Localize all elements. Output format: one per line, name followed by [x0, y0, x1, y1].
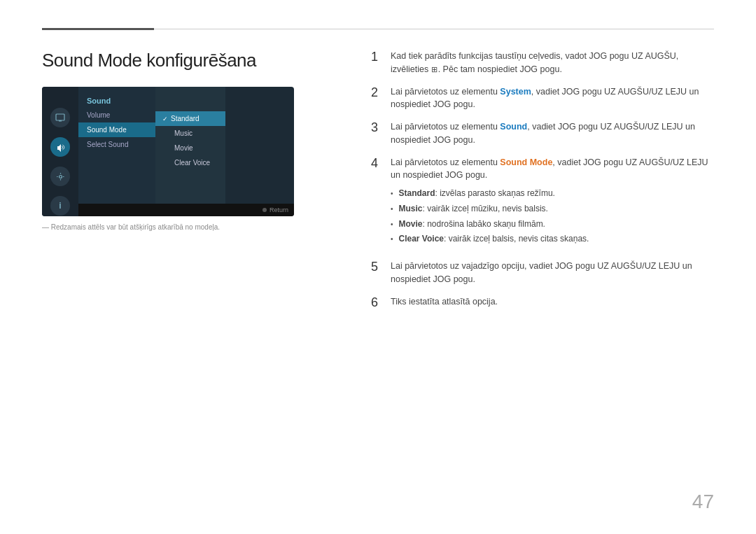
tv-sidebar: i [42, 87, 78, 216]
bullet-dot-2: • [391, 204, 393, 214]
bullet-dot-4: • [391, 234, 393, 244]
tv-icon-info: i [50, 196, 70, 216]
step-1: 1 Kad tiek parādīts funkcijas taustīņu c… [371, 50, 714, 76]
bullet-dot-1: • [391, 189, 393, 199]
highlight-soundmode: Sound Mode [500, 157, 552, 167]
step-text-6: Tiks iestatīta atlasītā opcija. [391, 295, 714, 309]
bullet-clearvoice: • Clear Voice: vairāk izceļ balsis, nevi… [391, 233, 714, 245]
check-icon: ✓ [162, 115, 168, 122]
tv-menu-area: Sound Volume Sound Mode Select Sound ✓ S… [78, 87, 294, 216]
step-text-5: Lai pārvietotos uz vajadzīgo opciju, vad… [391, 260, 714, 286]
page-number: 47 [692, 491, 714, 513]
tv-submenu: ✓ Standard Music Movie [155, 87, 225, 216]
svg-rect-0 [56, 114, 64, 120]
top-decorative-lines [42, 28, 714, 30]
step-4: 4 Lai pārvietotos uz elementu Sound Mode… [371, 156, 714, 251]
step-number-3: 3 [371, 120, 385, 136]
tv-menu-item-soundmode[interactable]: Sound Mode [78, 122, 155, 137]
step-number-6: 6 [371, 295, 385, 311]
tv-return-bar: Return [78, 204, 294, 216]
tv-submenu-item-standard[interactable]: ✓ Standard [155, 111, 225, 126]
bullet-dot-3: • [391, 220, 393, 230]
step-6: 6 Tiks iestatīta atlasītā opcija. [371, 295, 714, 311]
page-title: Sound Mode konfigurēšana [42, 50, 343, 71]
step-text-3: Lai pārvietotos uz elementu Sound, vadie… [391, 120, 714, 147]
line-dark [42, 28, 154, 30]
submenu-label-movie: Movie [174, 144, 193, 152]
svg-rect-1 [59, 120, 62, 122]
tv-icon-settings [50, 167, 70, 186]
steps-list: 1 Kad tiek parādīts funkcijas taustīņu c… [371, 50, 714, 310]
tv-submenu-item-movie[interactable]: Movie [155, 141, 225, 155]
step-number-1: 1 [371, 50, 385, 65]
submenu-label-standard: Standard [171, 115, 200, 122]
submenu-label-clearvoice: Clear Voice [174, 159, 210, 167]
right-panel: 1 Kad tiek parādīts funkcijas taustīņu c… [371, 50, 714, 319]
tv-main-menu: Sound Volume Sound Mode Select Sound [78, 87, 155, 216]
step-text-4: Lai pārvietotos uz elementu Sound Mode, … [391, 157, 708, 181]
main-content: Sound Mode konfigurēšana [42, 50, 714, 319]
bullet-text-movie: Movie: nodrošina labāko skaņu filmām. [399, 218, 545, 230]
step-3: 3 Lai pārvietotos uz elementu Sound, vad… [371, 120, 714, 147]
submenu-label-music: Music [174, 129, 192, 137]
bullet-standard: • Standard: izvēlas parasto skaņas režīm… [391, 188, 714, 199]
step-2: 2 Lai pārvietotos uz elementu System, va… [371, 85, 714, 112]
return-label: Return [270, 206, 288, 213]
left-panel: Sound Mode konfigurēšana [42, 50, 343, 231]
bullet-music: • Music: vairāk izceļ mūziku, nevis bals… [391, 203, 714, 215]
line-light [154, 29, 714, 29]
tv-menu-header: Sound [78, 92, 155, 108]
highlight-sound: Sound [500, 122, 527, 132]
tv-submenu-item-music[interactable]: Music [155, 126, 225, 141]
svg-point-2 [59, 175, 62, 178]
step-number-2: 2 [371, 85, 385, 101]
tv-mockup: i Sound Volume Sound Mode Select Sound [42, 87, 294, 216]
tv-icon-sound [50, 137, 70, 157]
tv-screen: i Sound Volume Sound Mode Select Sound [42, 87, 294, 216]
bullet-text-clearvoice: Clear Voice: vairāk izceļ balsis, nevis … [399, 233, 589, 245]
step-text-2: Lai pārvietotos uz elementu System, vadi… [391, 85, 714, 112]
step-number-4: 4 [371, 156, 385, 171]
highlight-system: System [500, 87, 531, 97]
tv-submenu-item-clearvoice[interactable]: Clear Voice [155, 155, 225, 170]
step-5: 5 Lai pārvietotos uz vajadzīgo opciju, v… [371, 260, 714, 286]
tv-menu-item-selectsound[interactable]: Select Sound [78, 137, 155, 152]
return-dot-icon [262, 208, 267, 212]
tv-icon-picture [50, 108, 70, 127]
bullet-text-music: Music: vairāk izceļ mūziku, nevis balsis… [399, 203, 548, 215]
page-container: Sound Mode konfigurēšana [0, 0, 756, 534]
step-text-1: Kad tiek parādīts funkcijas taustīņu ceļ… [391, 50, 714, 76]
tv-menu-item-volume[interactable]: Volume [78, 108, 155, 122]
bullet-text-standard: Standard: izvēlas parasto skaņas režīmu. [399, 188, 555, 199]
footnote: ― Redzamais attēls var būt atšķirīgs atk… [42, 223, 343, 231]
step-number-5: 5 [371, 260, 385, 275]
bullet-movie: • Movie: nodrošina labāko skaņu filmām. [391, 218, 714, 230]
bullet-list: • Standard: izvēlas parasto skaņas režīm… [391, 188, 714, 245]
